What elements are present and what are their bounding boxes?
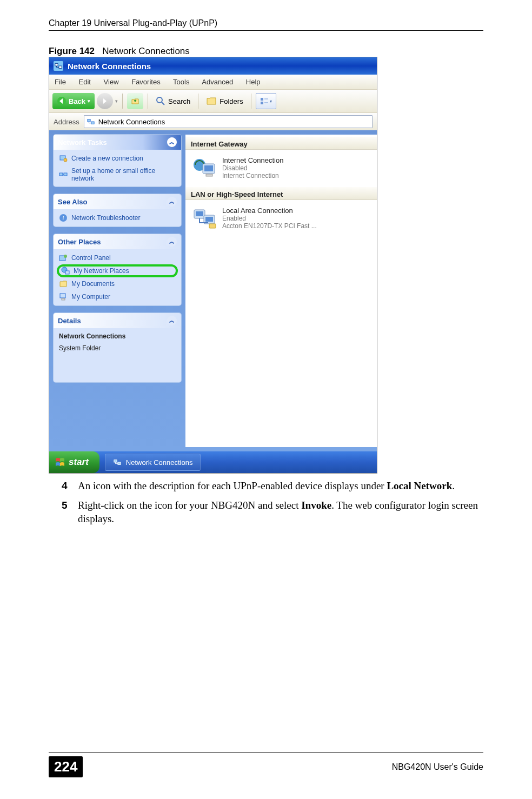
- toolbar-separator: [198, 94, 198, 109]
- conn1-name: Internet Connection: [222, 156, 283, 164]
- folders-label: Folders: [220, 97, 243, 105]
- details-header[interactable]: Details ︽: [54, 313, 181, 328]
- my-documents-label: My Documents: [71, 280, 115, 288]
- step-5-number: 5: [62, 498, 68, 512]
- my-documents-icon: [59, 279, 68, 288]
- figure-caption: Figure 142 Network Connections: [49, 46, 483, 57]
- folder-up-icon: [131, 97, 139, 105]
- create-connection-label: Create a new connection: [71, 155, 143, 162]
- other-places-panel: Other Places ︽ Control Panel: [54, 234, 181, 305]
- details-panel: Details ︽ Network Connections System Fol…: [54, 313, 181, 382]
- conn2-status: Enabled: [222, 215, 317, 222]
- address-field[interactable]: Network Connections: [84, 115, 373, 128]
- window-title: Network Connections: [68, 62, 151, 71]
- group-internet-gateway: Internet Gateway: [185, 137, 377, 150]
- my-computer-link[interactable]: My Computer: [59, 292, 176, 301]
- svg-rect-6: [261, 102, 263, 104]
- svg-rect-5: [261, 98, 263, 101]
- network-troubleshooter-link[interactable]: i Network Troubleshooter: [59, 214, 176, 222]
- step-4-text-a: An icon with the description for each UP…: [78, 480, 387, 491]
- menu-edit[interactable]: Edit: [79, 78, 91, 86]
- my-documents-link[interactable]: My Documents: [59, 279, 176, 288]
- setup-network-link[interactable]: Set up a home or small office network: [59, 167, 176, 182]
- lan-connection-item[interactable]: Local Area Connection Enabled Accton EN1…: [191, 204, 371, 237]
- svg-point-19: [64, 255, 67, 258]
- other-places-header[interactable]: Other Places ︽: [54, 234, 181, 249]
- details-type: System Folder: [59, 344, 176, 352]
- setup-network-label: Set up a home or small office network: [71, 167, 176, 182]
- page-number: 224: [49, 756, 83, 777]
- back-label: Back: [69, 97, 85, 105]
- folders-button[interactable]: Folders: [203, 93, 246, 109]
- menu-help[interactable]: Help: [246, 78, 261, 86]
- network-tasks-title: Network Tasks: [58, 138, 107, 147]
- my-network-places-link[interactable]: My Network Places: [57, 264, 178, 277]
- svg-point-12: [64, 158, 67, 162]
- step-5-bold: Invoke: [301, 500, 331, 511]
- svg-rect-10: [91, 122, 94, 124]
- svg-rect-27: [206, 174, 212, 176]
- home-network-icon: [59, 170, 68, 179]
- step-5-text-a: Right-click on the icon for your NBG420N…: [78, 500, 301, 511]
- svg-rect-14: [64, 173, 67, 176]
- taskbar: start Network Connections: [49, 451, 377, 473]
- network-connections-icon: [113, 458, 122, 467]
- conn2-device: Accton EN1207D-TX PCI Fast ...: [222, 222, 317, 230]
- back-dropdown-icon[interactable]: ▾: [88, 98, 90, 104]
- svg-rect-21: [65, 271, 69, 274]
- menu-favorites[interactable]: Favorites: [131, 78, 160, 86]
- network-tasks-panel: Network Tasks ︽ Create a new connection: [54, 135, 181, 187]
- svg-point-3: [157, 97, 162, 103]
- menu-view[interactable]: View: [104, 78, 119, 86]
- see-also-title: See Also: [58, 198, 87, 206]
- internet-connection-item[interactable]: Internet Connection Disabled Internet Co…: [191, 154, 371, 187]
- back-arrow-icon: [57, 96, 66, 106]
- svg-rect-22: [60, 294, 65, 298]
- step-4-bold: Local Network: [387, 480, 452, 491]
- control-panel-label: Control Panel: [71, 254, 111, 262]
- views-icon: [260, 97, 269, 105]
- collapse-icon[interactable]: ︽: [167, 197, 177, 207]
- svg-rect-34: [118, 462, 121, 464]
- collapse-icon[interactable]: ︽: [167, 316, 177, 325]
- menu-file[interactable]: File: [55, 78, 66, 86]
- windows-logo-icon: [55, 457, 65, 468]
- back-button[interactable]: Back ▾: [52, 93, 95, 109]
- folders-icon: [206, 96, 217, 106]
- menubar: File Edit View Favorites Tools Advanced …: [49, 75, 377, 89]
- new-connection-icon: [59, 154, 68, 163]
- lan-connection-icon: [193, 208, 217, 229]
- other-places-title: Other Places: [58, 238, 101, 246]
- menu-tools[interactable]: Tools: [173, 78, 189, 86]
- search-icon: [156, 96, 165, 106]
- group-lan: LAN or High-Speed Internet: [185, 187, 377, 200]
- forward-button[interactable]: [97, 93, 113, 109]
- create-connection-link[interactable]: Create a new connection: [59, 154, 176, 163]
- start-button[interactable]: start: [49, 451, 99, 473]
- svg-rect-13: [59, 173, 63, 176]
- views-dropdown-icon[interactable]: ▾: [270, 99, 272, 104]
- details-title: Details: [58, 317, 81, 325]
- menu-advanced[interactable]: Advanced: [202, 78, 233, 86]
- info-icon: i: [59, 214, 68, 222]
- titlebar[interactable]: Network Connections: [49, 57, 377, 75]
- svg-rect-29: [196, 211, 203, 216]
- forward-dropdown-icon[interactable]: ▾: [115, 98, 118, 104]
- collapse-icon[interactable]: ︽: [167, 237, 177, 247]
- conn1-status: Disabled: [222, 164, 283, 172]
- figure-label: Figure 142: [49, 46, 95, 56]
- control-panel-link[interactable]: Control Panel: [59, 254, 176, 262]
- taskbar-item-network-connections[interactable]: Network Connections: [105, 454, 201, 471]
- svg-rect-23: [62, 298, 65, 300]
- footer: 224 NBG420N User's Guide: [49, 753, 483, 777]
- step-4-number: 4: [62, 479, 68, 493]
- collapse-icon[interactable]: ︽: [167, 137, 177, 147]
- network-tasks-header[interactable]: Network Tasks ︽: [54, 135, 181, 150]
- views-button[interactable]: ▾: [256, 93, 276, 109]
- network-places-icon: [61, 267, 70, 275]
- search-button[interactable]: Search: [152, 93, 194, 109]
- svg-rect-1: [59, 66, 62, 68]
- main-pane: Internet Gateway Internet Connection Dis…: [185, 135, 377, 447]
- see-also-header[interactable]: See Also ︽: [54, 194, 181, 209]
- up-button[interactable]: [127, 93, 143, 109]
